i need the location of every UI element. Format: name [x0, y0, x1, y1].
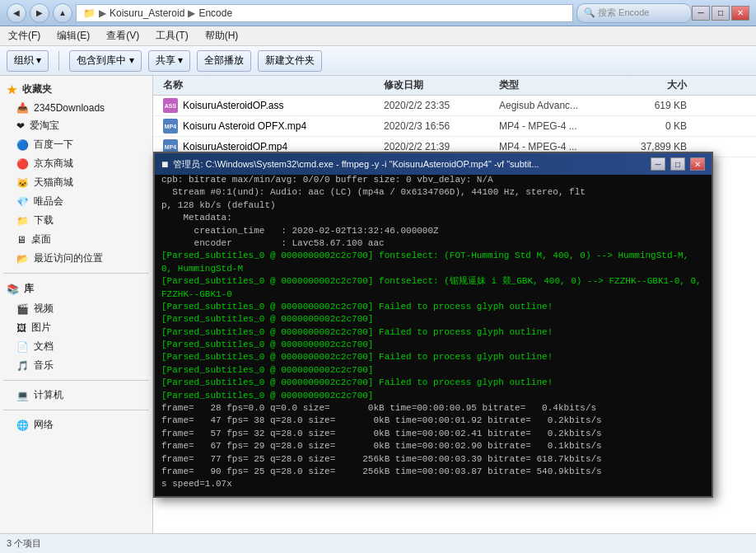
- close-button[interactable]: ✕: [731, 6, 749, 21]
- cmd-minimize-button[interactable]: ─: [651, 157, 665, 171]
- path-icon: 📁: [83, 7, 96, 19]
- search-button[interactable]: 🔍 搜索 Encode: [576, 3, 692, 23]
- title-bar: ◀ ▶ ▲ 📁 ▶ Koisuru_Asteroid ▶ Encode 🔍 搜索…: [0, 0, 756, 26]
- address-bar[interactable]: 📁 ▶ Koisuru_Asteroid ▶ Encode: [76, 4, 573, 22]
- path-part-2[interactable]: Encode: [198, 7, 232, 19]
- file-icon-ass: ASS: [163, 98, 178, 113]
- toolbar-separator-1: [58, 51, 59, 71]
- cmd-line: [Parsed_subtitles_0 @ 0000000002c2c700]: [161, 364, 705, 377]
- downloads-icon: 📥: [16, 102, 29, 114]
- sidebar-item-pictures[interactable]: 🖼 图片: [0, 318, 152, 337]
- computer-icon: 💻: [16, 390, 29, 401]
- sidebar-item-desktop[interactable]: 🖥 桌面: [0, 230, 152, 249]
- tianmao-icon: 🐱: [16, 177, 29, 189]
- sidebar-item-computer[interactable]: 💻 计算机: [0, 386, 152, 405]
- menu-tools[interactable]: 工具(T): [147, 27, 196, 45]
- file-row-0[interactable]: ASS KoisuruAsteroidOP.ass 2020/2/2 23:35…: [153, 96, 756, 116]
- cmd-line: [Parsed_subtitles_0 @ 0000000002c2c700] …: [161, 377, 705, 389]
- music-icon: 🎵: [16, 360, 29, 372]
- cmd-line: [Parsed_subtitles_0 @ 0000000002c2c700] …: [161, 301, 705, 313]
- cmd-maximize-button[interactable]: □: [670, 157, 685, 171]
- vip-icon: 💎: [16, 196, 29, 208]
- cmd-body[interactable]: cpb: bitrate max/min/avg: 0/0/0 buffer s…: [155, 175, 712, 496]
- title-bar-nav: ◀ ▶ ▲ 📁 ▶ Koisuru_Asteroid ▶ Encode 🔍 搜索…: [7, 3, 692, 23]
- col-header-name[interactable]: 名称: [153, 78, 384, 92]
- file-size-0: 619 KB: [614, 100, 697, 111]
- sidebar-item-video[interactable]: 🎬 视频: [0, 299, 152, 318]
- sidebar-item-tianmao[interactable]: 🐱 天猫商城: [0, 173, 152, 192]
- cmd-title-text: 管理员: C:\Windows\System32\cmd.exe - ffmpe…: [173, 158, 646, 171]
- jd-icon: 🔴: [16, 158, 29, 170]
- cmd-line: frame= 67 fps= 29 q=28.0 size= 0kB time=…: [161, 440, 705, 452]
- favorites-label: 收藏夹: [22, 82, 52, 96]
- sidebar-item-vip[interactable]: 💎 唯品会: [0, 192, 152, 211]
- sidebar-item-documents[interactable]: 📄 文档: [0, 337, 152, 356]
- cmd-line: [Parsed_subtitles_0 @ 0000000002c2c700] …: [161, 275, 705, 301]
- sidebar: ★ 收藏夹 📥 2345Downloads ❤ 爱淘宝 🔵 百度一下 🔴 京东商…: [0, 76, 153, 533]
- main-area: ★ 收藏夹 📥 2345Downloads ❤ 爱淘宝 🔵 百度一下 🔴 京东商…: [0, 76, 756, 533]
- sidebar-item-baidu[interactable]: 🔵 百度一下: [0, 135, 152, 154]
- organize-button[interactable]: 组织 ▾: [7, 50, 49, 72]
- file-row-1[interactable]: MP4 Koisuru Asteroid OPFX.mp4 2020/2/3 1…: [153, 116, 756, 137]
- file-type-1: MP4 - MPEG-4 ...: [499, 120, 614, 132]
- up-button[interactable]: ▲: [53, 3, 72, 23]
- xiazai-icon: 📁: [16, 215, 29, 227]
- cmd-icon: ■: [161, 157, 168, 171]
- menu-file[interactable]: 文件(F): [0, 27, 49, 45]
- cmd-line: frame= 57 fps= 32 q=28.0 size= 0kB time=…: [161, 428, 705, 440]
- play-all-button[interactable]: 全部播放: [197, 50, 251, 72]
- sidebar-item-downloads[interactable]: 📥 2345Downloads: [0, 100, 152, 116]
- cmd-line: Metadata:: [161, 212, 705, 224]
- cmd-close-button[interactable]: ✕: [690, 157, 705, 171]
- add-to-library-button[interactable]: 包含到库中 ▾: [69, 50, 141, 72]
- taobao-icon: ❤: [16, 120, 25, 132]
- file-size-2: 37,899 KB: [614, 141, 697, 152]
- network-icon: 🌐: [16, 419, 29, 431]
- cmd-line: frame= 47 fps= 38 q=28.0 size= 0kB time=…: [161, 415, 705, 427]
- sidebar-item-recent[interactable]: 📂 最近访问的位置: [0, 249, 152, 268]
- library-icon: 📚: [7, 284, 19, 295]
- desktop-icon: 🖥: [16, 234, 26, 246]
- file-icon-mp4-1: MP4: [163, 119, 178, 134]
- cmd-line: Stream #0:1(und): Audio: aac (LC) (mp4a …: [161, 186, 705, 199]
- sidebar-item-music[interactable]: 🎵 音乐: [0, 356, 152, 375]
- cmd-line: p, 128 kb/s (default): [161, 199, 705, 212]
- menu-help[interactable]: 帮助(H): [197, 27, 247, 45]
- cmd-line: [Parsed_subtitles_0 @ 0000000002c2c700] …: [161, 250, 705, 275]
- cmd-line: encoder : Lavc58.67.100 aac: [161, 237, 705, 250]
- file-list-header: 名称 修改日期 类型 大小: [153, 76, 756, 96]
- cmd-line: creation_time : 2020-02-02T13:32:46.0000…: [161, 225, 705, 237]
- cmd-line: [Parsed_subtitles_0 @ 0000000002c2c700] …: [161, 326, 705, 339]
- sidebar-item-xiazai[interactable]: 📁 下载: [0, 211, 152, 230]
- cmd-line: frame= 28 fps=0.0 q=0.0 size= 0kB time=0…: [161, 402, 705, 415]
- file-date-0: 2020/2/2 23:35: [384, 100, 499, 111]
- cmd-title-bar: ■ 管理员: C:\Windows\System32\cmd.exe - ffm…: [155, 153, 712, 175]
- file-name-1: MP4 Koisuru Asteroid OPFX.mp4: [153, 119, 384, 134]
- new-folder-button[interactable]: 新建文件夹: [258, 50, 322, 72]
- minimize-button[interactable]: ─: [692, 6, 710, 21]
- libraries-header: 📚 库: [0, 279, 152, 299]
- sidebar-item-taobao[interactable]: ❤ 爱淘宝: [0, 116, 152, 135]
- back-button[interactable]: ◀: [7, 3, 26, 23]
- star-icon: ★: [7, 83, 17, 96]
- col-header-date[interactable]: 修改日期: [384, 78, 499, 92]
- sidebar-divider-1: [3, 273, 149, 274]
- file-date-1: 2020/2/3 16:56: [384, 120, 499, 132]
- path-part-1[interactable]: Koisuru_Asteroid: [110, 7, 184, 19]
- cmd-line: [Parsed_subtitles_0 @ 0000000002c2c700] …: [161, 351, 705, 363]
- recent-icon: 📂: [16, 253, 29, 265]
- file-type-2: MP4 - MPEG-4 ...: [499, 141, 614, 152]
- maximize-button[interactable]: □: [712, 6, 730, 21]
- share-button[interactable]: 共享 ▾: [148, 50, 190, 72]
- sidebar-item-network[interactable]: 🌐 网络: [0, 415, 152, 434]
- cmd-line: [Parsed_subtitles_0 @ 0000000002c2c700]: [161, 313, 705, 326]
- col-header-size[interactable]: 大小: [614, 78, 697, 92]
- menu-view[interactable]: 查看(V): [98, 27, 147, 45]
- sidebar-item-jd[interactable]: 🔴 京东商城: [0, 154, 152, 173]
- menu-edit[interactable]: 编辑(E): [49, 27, 98, 45]
- file-name-0: ASS KoisuruAsteroidOP.ass: [153, 98, 384, 113]
- toolbar: 组织 ▾ 包含到库中 ▾ 共享 ▾ 全部播放 新建文件夹: [0, 46, 756, 76]
- forward-button[interactable]: ▶: [30, 3, 49, 23]
- video-icon: 🎬: [16, 303, 29, 315]
- col-header-type[interactable]: 类型: [499, 78, 614, 92]
